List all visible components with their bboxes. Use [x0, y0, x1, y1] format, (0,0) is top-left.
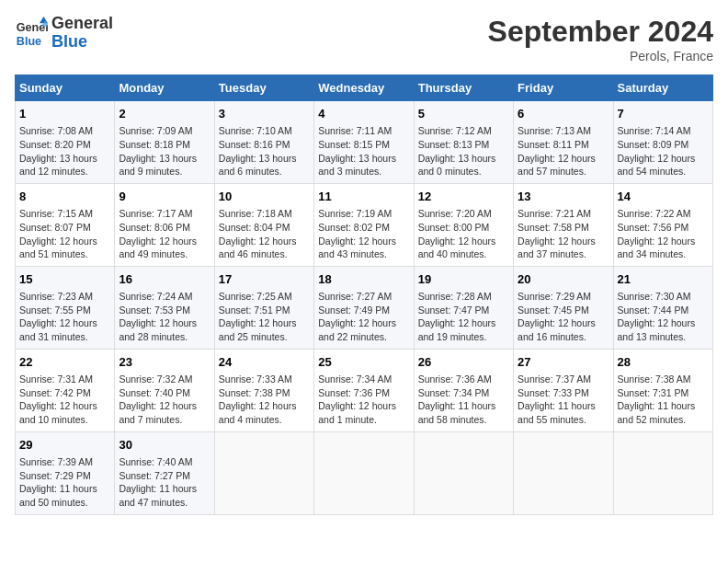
day-info: Sunrise: 7:21 AMSunset: 7:58 PMDaylight:… [518, 207, 609, 261]
calendar-cell: 9Sunrise: 7:17 AMSunset: 8:06 PMDaylight… [115, 183, 214, 266]
calendar-cell: 11Sunrise: 7:19 AMSunset: 8:02 PMDayligh… [314, 183, 414, 266]
calendar-cell: 22Sunrise: 7:31 AMSunset: 7:42 PMDayligh… [16, 349, 115, 431]
svg-text:Blue: Blue [17, 34, 41, 47]
day-number: 18 [318, 271, 409, 288]
logo-text-general: General [51, 15, 113, 33]
day-info: Sunrise: 7:14 AMSunset: 8:09 PMDaylight:… [618, 124, 709, 178]
day-number: 13 [518, 189, 609, 205]
header-row: SundayMondayTuesdayWednesdayThursdayFrid… [16, 75, 713, 101]
day-info: Sunrise: 7:08 AMSunset: 8:20 PMDaylight:… [19, 124, 110, 178]
day-number: 11 [318, 189, 409, 205]
month-title: September 2024 [488, 15, 713, 49]
day-info: Sunrise: 7:22 AMSunset: 7:56 PMDaylight:… [618, 207, 709, 261]
calendar-cell: 6Sunrise: 7:13 AMSunset: 8:11 PMDaylight… [514, 101, 613, 184]
calendar-cell: 10Sunrise: 7:18 AMSunset: 8:04 PMDayligh… [214, 183, 313, 266]
day-info: Sunrise: 7:32 AMSunset: 7:40 PMDaylight:… [119, 373, 210, 427]
day-number: 28 [618, 354, 709, 371]
calendar-cell: 30Sunrise: 7:40 AMSunset: 7:27 PMDayligh… [115, 431, 214, 514]
day-info: Sunrise: 7:10 AMSunset: 8:16 PMDaylight:… [219, 124, 310, 178]
calendar-cell: 25Sunrise: 7:34 AMSunset: 7:36 PMDayligh… [314, 349, 414, 431]
calendar-cell: 29Sunrise: 7:39 AMSunset: 7:29 PMDayligh… [16, 431, 115, 514]
day-info: Sunrise: 7:27 AMSunset: 7:49 PMDaylight:… [318, 290, 409, 344]
day-number: 2 [119, 106, 210, 122]
day-number: 14 [618, 189, 709, 205]
header-thursday: Thursday [414, 75, 513, 101]
logo-text-blue: Blue [51, 33, 113, 52]
day-info: Sunrise: 7:33 AMSunset: 7:38 PMDaylight:… [219, 373, 310, 427]
week-row-2: 8Sunrise: 7:15 AMSunset: 8:07 PMDaylight… [16, 183, 713, 266]
day-number: 3 [219, 106, 310, 122]
day-info: Sunrise: 7:19 AMSunset: 8:02 PMDaylight:… [318, 207, 409, 261]
day-info: Sunrise: 7:09 AMSunset: 8:18 PMDaylight:… [119, 124, 210, 178]
calendar-cell: 26Sunrise: 7:36 AMSunset: 7:34 PMDayligh… [414, 349, 513, 431]
calendar-cell: 3Sunrise: 7:10 AMSunset: 8:16 PMDaylight… [214, 101, 313, 184]
calendar-cell: 15Sunrise: 7:23 AMSunset: 7:55 PMDayligh… [16, 266, 115, 349]
day-number: 4 [318, 106, 409, 122]
day-number: 19 [418, 271, 509, 288]
logo-icon: General Blue [15, 17, 48, 50]
calendar-cell [214, 431, 313, 514]
day-number: 21 [618, 271, 709, 288]
calendar-cell [314, 431, 414, 514]
calendar-cell: 23Sunrise: 7:32 AMSunset: 7:40 PMDayligh… [115, 349, 214, 431]
day-number: 1 [19, 106, 110, 122]
day-number: 7 [618, 106, 709, 122]
day-number: 8 [19, 189, 110, 205]
day-number: 17 [219, 271, 310, 288]
header-saturday: Saturday [613, 75, 712, 101]
day-info: Sunrise: 7:15 AMSunset: 8:07 PMDaylight:… [19, 207, 110, 261]
day-info: Sunrise: 7:18 AMSunset: 8:04 PMDaylight:… [219, 207, 310, 261]
day-info: Sunrise: 7:39 AMSunset: 7:29 PMDaylight:… [19, 455, 110, 510]
day-number: 25 [318, 354, 409, 371]
day-number: 26 [418, 354, 509, 371]
day-number: 29 [19, 437, 110, 454]
header-tuesday: Tuesday [214, 75, 313, 101]
day-info: Sunrise: 7:28 AMSunset: 7:47 PMDaylight:… [418, 290, 509, 344]
calendar-cell: 14Sunrise: 7:22 AMSunset: 7:56 PMDayligh… [613, 183, 712, 266]
day-number: 12 [418, 189, 509, 205]
day-number: 24 [219, 354, 310, 371]
day-number: 16 [119, 271, 210, 288]
header-sunday: Sunday [16, 75, 115, 101]
calendar-cell [414, 431, 513, 514]
header-monday: Monday [115, 75, 214, 101]
day-info: Sunrise: 7:34 AMSunset: 7:36 PMDaylight:… [318, 373, 409, 427]
logo: General Blue General Blue [15, 15, 113, 52]
svg-text:General: General [17, 21, 48, 34]
location: Perols, France [488, 49, 713, 63]
calendar-cell: 20Sunrise: 7:29 AMSunset: 7:45 PMDayligh… [514, 266, 613, 349]
day-number: 6 [518, 106, 609, 122]
day-info: Sunrise: 7:23 AMSunset: 7:55 PMDaylight:… [19, 290, 110, 344]
calendar-cell: 24Sunrise: 7:33 AMSunset: 7:38 PMDayligh… [214, 349, 313, 431]
day-info: Sunrise: 7:38 AMSunset: 7:31 PMDaylight:… [618, 373, 709, 427]
title-block: September 2024 Perols, France [488, 15, 713, 63]
day-info: Sunrise: 7:11 AMSunset: 8:15 PMDaylight:… [318, 124, 409, 178]
calendar-cell: 13Sunrise: 7:21 AMSunset: 7:58 PMDayligh… [514, 183, 613, 266]
day-number: 9 [119, 189, 210, 205]
day-info: Sunrise: 7:24 AMSunset: 7:53 PMDaylight:… [119, 290, 210, 344]
day-number: 15 [19, 271, 110, 288]
calendar-cell [613, 431, 712, 514]
calendar-cell: 16Sunrise: 7:24 AMSunset: 7:53 PMDayligh… [115, 266, 214, 349]
calendar-cell: 27Sunrise: 7:37 AMSunset: 7:33 PMDayligh… [514, 349, 613, 431]
calendar-cell [514, 431, 613, 514]
day-info: Sunrise: 7:29 AMSunset: 7:45 PMDaylight:… [518, 290, 609, 344]
header-wednesday: Wednesday [314, 75, 414, 101]
calendar-cell: 17Sunrise: 7:25 AMSunset: 7:51 PMDayligh… [214, 266, 313, 349]
day-info: Sunrise: 7:37 AMSunset: 7:33 PMDaylight:… [518, 373, 609, 427]
day-info: Sunrise: 7:36 AMSunset: 7:34 PMDaylight:… [418, 373, 509, 427]
day-number: 5 [418, 106, 509, 122]
calendar-cell: 19Sunrise: 7:28 AMSunset: 7:47 PMDayligh… [414, 266, 513, 349]
page-header: General Blue General Blue September 2024… [15, 15, 713, 63]
day-info: Sunrise: 7:13 AMSunset: 8:11 PMDaylight:… [518, 124, 609, 178]
day-number: 22 [19, 354, 110, 371]
week-row-3: 15Sunrise: 7:23 AMSunset: 7:55 PMDayligh… [16, 266, 713, 349]
week-row-5: 29Sunrise: 7:39 AMSunset: 7:29 PMDayligh… [16, 431, 713, 514]
calendar-cell: 1Sunrise: 7:08 AMSunset: 8:20 PMDaylight… [16, 101, 115, 184]
day-number: 27 [518, 354, 609, 371]
day-number: 20 [518, 271, 609, 288]
calendar-cell: 28Sunrise: 7:38 AMSunset: 7:31 PMDayligh… [613, 349, 712, 431]
week-row-4: 22Sunrise: 7:31 AMSunset: 7:42 PMDayligh… [16, 349, 713, 431]
day-info: Sunrise: 7:25 AMSunset: 7:51 PMDaylight:… [219, 290, 310, 344]
day-number: 10 [219, 189, 310, 205]
